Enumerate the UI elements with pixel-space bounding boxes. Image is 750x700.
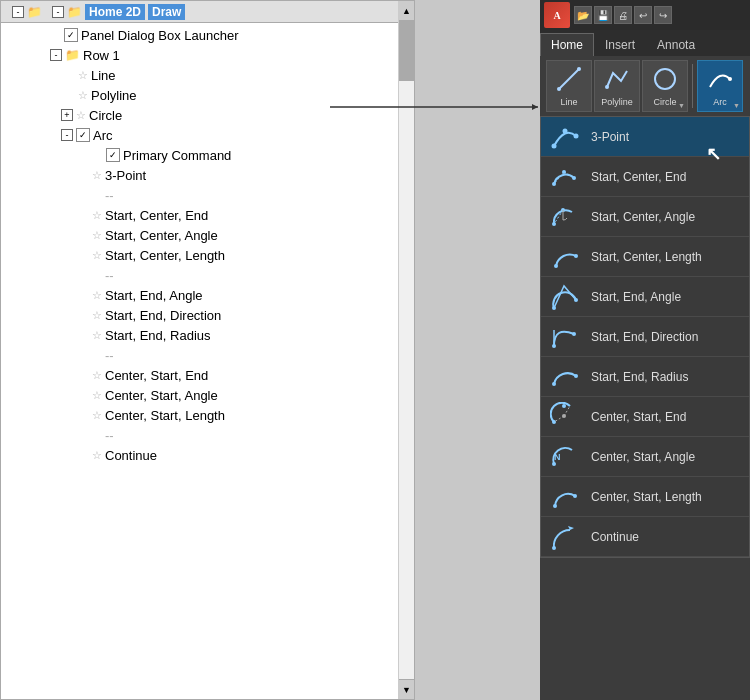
arc-dropdown-arrow: ▼: [733, 102, 740, 109]
tree-item-ser[interactable]: ☆ Start, End, Radius: [1, 325, 414, 345]
svg-point-20: [574, 298, 578, 302]
check-icon-arc[interactable]: ✓: [76, 128, 90, 142]
check-icon-primary[interactable]: ✓: [106, 148, 120, 162]
star-icon-ser[interactable]: ☆: [92, 329, 102, 342]
tool-btn-circle[interactable]: Circle ▼: [642, 60, 688, 112]
folder-icon-home: 📁: [67, 5, 82, 19]
dropdown-item-csl[interactable]: Center, Start, Length: [541, 477, 749, 517]
star-icon-sce[interactable]: ☆: [92, 209, 102, 222]
star-icon-sed[interactable]: ☆: [92, 309, 102, 322]
svg-line-0: [559, 69, 579, 89]
tree-item-panel-dialog[interactable]: ✓ Panel Dialog Box Launcher: [1, 25, 414, 45]
svg-point-5: [728, 77, 732, 81]
arc-icon-continue: [549, 521, 581, 553]
tree-item-line[interactable]: ☆ Line: [1, 65, 414, 85]
svg-line-29: [554, 416, 564, 422]
circle-tool-label: Circle: [653, 98, 676, 108]
tab-insert[interactable]: Insert: [594, 33, 646, 56]
tree-item-continue[interactable]: ☆ Continue: [1, 445, 414, 465]
dropdown-label-sea: Start, End, Angle: [591, 290, 681, 304]
tree-item-sed[interactable]: ☆ Start, End, Direction: [1, 305, 414, 325]
line-tool-icon: [555, 65, 583, 96]
tree-item-primary-cmd[interactable]: ✓ Primary Command: [1, 145, 414, 165]
svg-point-4: [655, 69, 675, 89]
tree-item-sep3: ☆ --: [1, 345, 414, 365]
tree-item-sea[interactable]: ☆ Start, End, Angle: [1, 285, 414, 305]
tab-annota[interactable]: Annota: [646, 33, 706, 56]
scrollbar-up[interactable]: ▲: [399, 1, 414, 21]
tab-home[interactable]: Home: [540, 33, 594, 56]
dropdown-item-sed[interactable]: Start, End, Direction: [541, 317, 749, 357]
polyline-tool-icon: [603, 65, 631, 96]
star-icon-continue[interactable]: ☆: [92, 449, 102, 462]
star-icon-csa[interactable]: ☆: [92, 389, 102, 402]
tree-item-sce[interactable]: ☆ Start, Center, End: [1, 205, 414, 225]
star-icon-polyline[interactable]: ☆: [78, 89, 88, 102]
tree-item-csl[interactable]: ☆ Center, Start, Length: [1, 405, 414, 425]
tree-item-polyline[interactable]: ☆ Polyline: [1, 85, 414, 105]
arc-tool-icon: [706, 65, 734, 96]
dropdown-item-sce[interactable]: Start, Center, End: [541, 157, 749, 197]
check-icon-panel[interactable]: ✓: [64, 28, 78, 42]
tree-item-sca[interactable]: ☆ Start, Center, Angle: [1, 225, 414, 245]
tb-icon-save[interactable]: 💾: [594, 6, 612, 24]
tree-item-3point[interactable]: ☆ 3-Point: [1, 165, 414, 185]
tool-btn-polyline[interactable]: Polyline: [594, 60, 640, 112]
logo-text: A: [553, 10, 560, 21]
dropdown-label-sca: Start, Center, Angle: [591, 210, 695, 224]
dropdown-item-scl[interactable]: Start, Center, Length: [541, 237, 749, 277]
tool-btn-line[interactable]: Line: [546, 60, 592, 112]
star-icon-cse[interactable]: ☆: [92, 369, 102, 382]
dropdown-item-sca[interactable]: Start, Center, Angle: [541, 197, 749, 237]
draw-label: Draw: [148, 4, 185, 20]
arc-icon-sca: [549, 201, 581, 233]
svg-point-27: [562, 404, 566, 408]
tree-header-item: - 📁 - 📁 Home 2D Draw: [5, 4, 185, 20]
scrollbar-thumb[interactable]: [399, 21, 414, 81]
dropdown-item-csa[interactable]: N Center, Start, Angle: [541, 437, 749, 477]
expand-icon-circle[interactable]: +: [61, 109, 73, 121]
star-icon-3point[interactable]: ☆: [92, 169, 102, 182]
tree-item-arc[interactable]: - ✓ Arc: [1, 125, 414, 145]
folder-icon-root: 📁: [27, 5, 42, 19]
tree-item-scl[interactable]: ☆ Start, Center, Length: [1, 245, 414, 265]
line-tool-label: Line: [560, 98, 577, 108]
expand-icon-row1[interactable]: -: [50, 49, 62, 61]
dropdown-item-3point[interactable]: 3-Point: [541, 117, 749, 157]
tree-item-row1[interactable]: - 📁 Row 1: [1, 45, 414, 65]
star-icon-sca[interactable]: ☆: [92, 229, 102, 242]
star-icon-line[interactable]: ☆: [78, 69, 88, 82]
ribbon-panel: A 📂 💾 🖨 ↩ ↪ Home Insert Annota Line: [540, 0, 750, 700]
tree-item-csa[interactable]: ☆ Center, Start, Angle: [1, 385, 414, 405]
dropdown-item-ser[interactable]: Start, End, Radius: [541, 357, 749, 397]
tb-icon-print[interactable]: 🖨: [614, 6, 632, 24]
tb-icon-open[interactable]: 📂: [574, 6, 592, 24]
expand-icon-home[interactable]: -: [52, 6, 64, 18]
expand-icon-arc[interactable]: -: [61, 129, 73, 141]
dropdown-item-continue[interactable]: Continue: [541, 517, 749, 557]
tree-scrollbar[interactable]: ▲ ▼: [398, 1, 414, 699]
star-icon-sea[interactable]: ☆: [92, 289, 102, 302]
tab-row: Home Insert Annota: [540, 30, 750, 56]
star-icon-circle[interactable]: ☆: [76, 109, 86, 122]
svg-point-18: [574, 254, 578, 258]
tree-item-cse[interactable]: ☆ Center, Start, End: [1, 365, 414, 385]
tb-icon-undo[interactable]: ↩: [634, 6, 652, 24]
svg-point-7: [563, 128, 568, 133]
tree-item-label: Start, End, Radius: [105, 328, 211, 343]
tb-icon-redo[interactable]: ↪: [654, 6, 672, 24]
tree-item-label: Line: [91, 68, 116, 83]
svg-point-25: [574, 374, 578, 378]
tree-content: ✓ Panel Dialog Box Launcher - 📁 Row 1 ☆ …: [1, 23, 414, 699]
star-icon-csl[interactable]: ☆: [92, 409, 102, 422]
tool-btn-arc[interactable]: Arc ▼: [697, 60, 743, 112]
star-icon-scl[interactable]: ☆: [92, 249, 102, 262]
scrollbar-down[interactable]: ▼: [399, 679, 414, 699]
arc-icon-ser: [549, 361, 581, 393]
ribbon-toolbar-icons: 📂 💾 🖨 ↩ ↪: [574, 6, 672, 24]
svg-point-31: [552, 462, 556, 466]
tree-item-circle[interactable]: + ☆ Circle: [1, 105, 414, 125]
expand-icon-root[interactable]: -: [12, 6, 24, 18]
dropdown-item-sea[interactable]: Start, End, Angle: [541, 277, 749, 317]
dropdown-item-cse[interactable]: Center, Start, End: [541, 397, 749, 437]
